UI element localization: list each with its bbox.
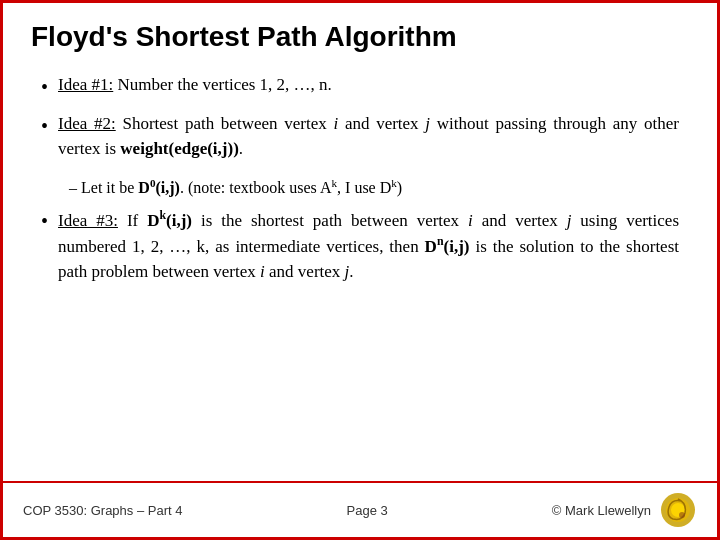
idea2-label: Idea #2: <box>58 114 116 133</box>
content-area: • Idea #1: Number the vertices 1, 2, …, … <box>3 63 717 481</box>
footer-right-group: © Mark Llewellyn <box>552 491 697 529</box>
idea2-end: . <box>239 139 243 158</box>
sub-bullet-1: – Let it be D0(i,j). (note: textbook use… <box>69 175 679 199</box>
idea3-content: Idea #3: If Dk(i,j) is the shortest path… <box>58 207 679 284</box>
idea3-end: . <box>349 262 353 281</box>
idea3-body5: and vertex <box>265 262 345 281</box>
footer-center: Page 3 <box>347 503 388 518</box>
slide-title: Floyd's Shortest Path Algorithm <box>31 21 457 52</box>
idea1-label: Idea #1: <box>58 75 113 94</box>
idea3-body2: and vertex <box>473 211 567 230</box>
idea3-bullet: • Idea #3: If Dk(i,j) is the shortest pa… <box>41 207 679 288</box>
d0-bold: D0(i,j) <box>138 179 180 196</box>
idea3-dk: Dk(i,j) <box>147 211 192 230</box>
footer-logo <box>659 491 697 529</box>
footer-left: COP 3530: Graphs – Part 4 <box>23 503 182 518</box>
footer: COP 3530: Graphs – Part 4 Page 3 © Mark … <box>3 481 717 537</box>
bullet-dot-1: • <box>41 73 48 102</box>
idea1-text: Number the vertices 1, 2, …, n. <box>113 75 332 94</box>
footer-right: © Mark Llewellyn <box>552 503 651 518</box>
idea2-bullet: • Idea #2: Shortest path between vertex … <box>41 112 679 161</box>
idea3-intro: If <box>118 211 147 230</box>
title-bar: Floyd's Shortest Path Algorithm <box>3 3 717 63</box>
idea1-content: Idea #1: Number the vertices 1, 2, …, n. <box>58 73 679 98</box>
sub-text: – Let it be D0(i,j). (note: textbook use… <box>69 179 402 196</box>
idea2-text2: and vertex <box>338 114 425 133</box>
svg-point-3 <box>679 512 685 518</box>
bullet-dot-3: • <box>41 207 48 236</box>
slide: Floyd's Shortest Path Algorithm • Idea #… <box>0 0 720 540</box>
idea3-dn: Dn(i,j) <box>425 237 470 256</box>
idea3-body1: is the shortest path between vertex <box>192 211 468 230</box>
idea2-text1: Shortest path between vertex <box>116 114 334 133</box>
bullet-dot-2: • <box>41 112 48 141</box>
idea2-content: Idea #2: Shortest path between vertex i … <box>58 112 679 161</box>
idea3-label: Idea #3: <box>58 211 118 230</box>
idea1-bullet: • Idea #1: Number the vertices 1, 2, …, … <box>41 73 679 102</box>
idea2-weight: weight(edge(i,j)) <box>120 139 239 158</box>
